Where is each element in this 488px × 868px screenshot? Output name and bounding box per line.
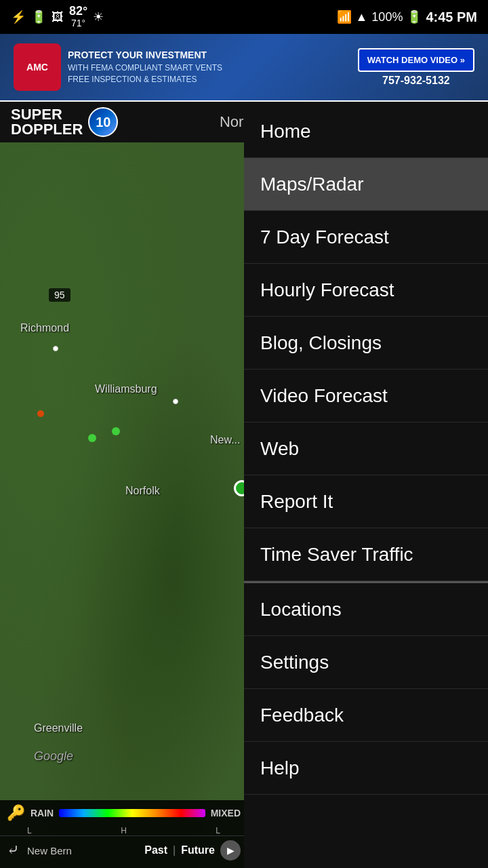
status-bar: ⚡ 🔋 🖼 82° 71° ☀ 📶 ▲ 100% 🔋 4:45 PM xyxy=(0,0,488,34)
menu-item-hourly-forecast[interactable]: Hourly Forecast xyxy=(244,264,488,317)
menu-item-label: Time Saver Traffic xyxy=(260,544,413,566)
weather-dot-2 xyxy=(88,434,96,442)
usb-icon: ⚡ xyxy=(11,9,26,24)
menu-item-label: Help xyxy=(260,757,300,779)
menu-item-label: Feedback xyxy=(260,705,344,726)
menu-item-blog--closings[interactable]: Blog, Closings xyxy=(244,317,488,370)
weather-icon: ☀ xyxy=(93,9,104,24)
weather-dot-3 xyxy=(112,427,120,435)
ad-cta-button[interactable]: WATCH DEMO VIDEO » xyxy=(358,48,474,72)
menu-item-time-saver-traffic[interactable]: Time Saver Traffic xyxy=(244,528,488,581)
signal-icon: ▲ xyxy=(356,10,368,24)
bottom-bar: 🔑 RAIN MIXED L H L ⤶ New Bern Past | Fut… xyxy=(0,800,247,868)
menu-item-label: Maps/Radar xyxy=(260,174,364,195)
legend-sub-h: H xyxy=(121,826,127,835)
legend-color-bar xyxy=(59,809,205,817)
future-button[interactable]: Future xyxy=(181,844,215,856)
ad-subtext2: FREE INSPECTION & ESTIMATES xyxy=(68,74,222,85)
menu-item-label: Locations xyxy=(260,599,342,620)
menu-item-7-day-forecast[interactable]: 7 Day Forecast xyxy=(244,211,488,264)
nav-toggle[interactable]: ▶ xyxy=(220,840,241,861)
share-icon[interactable]: ⤶ xyxy=(7,842,19,859)
logo-number: 10 xyxy=(96,115,110,130)
logo-area: SUPER DOPPLER 10 xyxy=(11,107,118,137)
temperature-low: 71° xyxy=(71,18,85,28)
map-label-new: New... xyxy=(210,434,240,446)
map-dot-williamsburg xyxy=(173,399,178,404)
legend-rain-label: RAIN xyxy=(30,808,54,818)
logo-line1: SUPER xyxy=(11,107,83,122)
menu-item-web[interactable]: Web xyxy=(244,422,488,475)
logo-line2: DOPPLER xyxy=(11,122,83,137)
menu-item-locations[interactable]: Locations xyxy=(244,583,488,636)
battery-percent: 100% xyxy=(371,10,403,24)
map-label-richmond: Richmond xyxy=(20,322,69,334)
image-icon: 🖼 xyxy=(52,10,64,24)
menu-item-label: Hourly Forecast xyxy=(260,279,394,301)
legend-sub-l: L xyxy=(27,826,32,835)
logo-circle: 10 xyxy=(88,107,118,137)
legend-row: 🔑 RAIN MIXED xyxy=(0,800,247,826)
ad-headline: PROTECT YOUR INVESTMENT xyxy=(68,49,222,62)
map-label-norfolk: Norfolk xyxy=(125,485,160,497)
nav-row: ⤶ New Bern Past | Future ▶ xyxy=(0,835,247,865)
nav-controls: Past | Future ▶ xyxy=(144,840,241,861)
menu-item-maps-radar[interactable]: Maps/Radar xyxy=(244,158,488,211)
battery-icon: 🔋 xyxy=(407,9,422,24)
notification-icon: 🔋 xyxy=(31,9,46,24)
map-area[interactable]: Richmond Williamsburg Norfolk New... Gre… xyxy=(0,142,247,868)
menu-item-settings[interactable]: Settings xyxy=(244,636,488,689)
legend-mixed-label: MIXED xyxy=(211,808,241,818)
ad-logo: AMC xyxy=(14,43,61,91)
menu-item-label: Blog, Closings xyxy=(260,332,382,354)
side-menu: HomeMaps/Radar7 Day ForecastHourly Forec… xyxy=(244,105,488,868)
menu-item-video-forecast[interactable]: Video Forecast xyxy=(244,370,488,422)
ad-text: PROTECT YOUR INVESTMENT WITH FEMA COMPLI… xyxy=(68,49,222,85)
menu-item-label: Home xyxy=(260,121,311,142)
temperature-high: 82° xyxy=(69,5,87,18)
key-icon: 🔑 xyxy=(7,804,25,822)
menu-item-label: Settings xyxy=(260,652,329,673)
map-dot-richmond xyxy=(53,346,58,351)
ad-banner[interactable]: AMC PROTECT YOUR INVESTMENT WITH FEMA CO… xyxy=(0,34,488,102)
wifi-icon: 📶 xyxy=(337,9,352,24)
map-label-greenville: Greenville xyxy=(34,722,83,734)
ad-phone: 757-932-5132 xyxy=(382,75,450,87)
map-badge-95: 95 xyxy=(49,288,70,302)
map-label-google: Google xyxy=(34,749,73,764)
map-label-williamsburg: Williamsburg xyxy=(95,383,157,395)
past-button[interactable]: Past xyxy=(144,844,167,856)
nav-location: New Bern xyxy=(27,845,72,856)
menu-item-label: 7 Day Forecast xyxy=(260,226,389,248)
nav-divider: | xyxy=(173,844,176,856)
menu-item-home[interactable]: Home xyxy=(244,105,488,158)
legend-sub-lr: L xyxy=(216,826,220,835)
ad-subtext1: WITH FEMA COMPLIANT SMART VENTS xyxy=(68,62,222,74)
map-overlay: Richmond Williamsburg Norfolk New... Gre… xyxy=(0,142,247,868)
menu-item-label: Video Forecast xyxy=(260,385,388,407)
time-display: 4:45 PM xyxy=(426,9,477,25)
menu-item-help[interactable]: Help xyxy=(244,742,488,795)
menu-item-feedback[interactable]: Feedback xyxy=(244,689,488,742)
menu-item-label: Web xyxy=(260,438,299,460)
menu-item-label: Report It xyxy=(260,491,333,513)
legend-sub-labels: L H L xyxy=(0,826,247,835)
menu-item-report-it[interactable]: Report It xyxy=(244,475,488,528)
weather-dot-1 xyxy=(37,410,44,417)
